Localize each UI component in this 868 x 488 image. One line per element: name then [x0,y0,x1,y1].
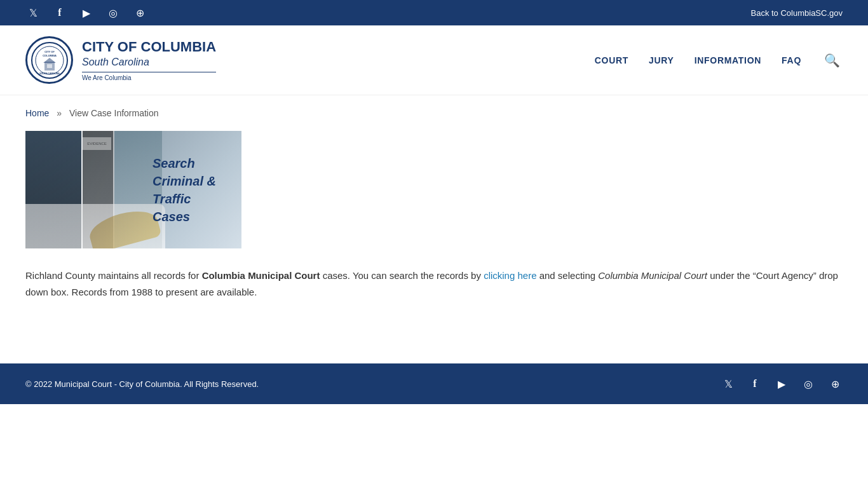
facebook-icon-footer: f [747,376,763,391]
nav-jury[interactable]: JURY [649,55,674,65]
banner-line4: Cases [153,208,235,226]
instagram-icon-footer: ◎ [801,376,816,391]
flickr-link-top[interactable]: ⊕ [132,5,147,20]
svg-marker-5 [43,58,56,63]
instagram-link-footer[interactable]: ◎ [801,376,816,391]
columbia-municipal-court-italic: Columbia Municipal Court [598,270,707,281]
nav-information[interactable]: INFORMATION [695,55,761,65]
logo-area: CITY OF COLUMBIA SOUTH CAROLINA CITY OF … [25,36,216,84]
body-paragraph: Richland County maintains all records fo… [25,268,843,300]
paragraph-and-selecting: and selecting [537,270,599,281]
paragraph-prefix: Richland County maintains all records fo… [25,270,202,281]
tagline-text: We Are Columbia [82,72,216,82]
site-footer: © 2022 Municipal Court - City of Columbi… [0,363,868,404]
twitter-link-top[interactable]: 𝕏 [25,5,41,20]
clicking-here-link[interactable]: clicking here [484,270,536,281]
breadcrumb: Home » View Case Information [0,95,868,125]
search-icon: 🔍 [824,53,840,67]
logo-text: CITY OF COLUMBIA South Carolina We Are C… [82,38,216,82]
svg-text:CITY OF: CITY OF [44,50,55,53]
top-bar-social-links: 𝕏 f ▶ ◎ ⊕ [25,5,147,20]
twitter-icon-top: 𝕏 [25,5,41,20]
footer-copyright: © 2022 Municipal Court - City of Columbi… [25,379,259,389]
youtube-icon-top: ▶ [79,5,94,20]
youtube-icon-footer: ▶ [774,376,789,391]
banner-line1: Search [153,154,235,172]
flickr-icon-footer: ⊕ [827,376,843,391]
instagram-icon-top: ◎ [105,5,121,20]
back-to-columbia-link[interactable]: Back to ColumbiaSC.gov [750,8,843,18]
city-of-columbia-text: CITY OF COLUMBIA [82,38,216,57]
facebook-icon-top: f [52,5,67,20]
breadcrumb-current: View Case Information [69,108,159,118]
banner-text: Search Criminal & Traffic Cases [153,154,235,226]
paragraph-middle: cases. You can search the records by [320,270,484,281]
youtube-link-top[interactable]: ▶ [79,5,94,20]
back-link-container: Back to ColumbiaSC.gov [750,7,843,18]
search-banner: EVIDENCE Search Criminal & Traffic Cases [25,131,241,248]
banner-line2: Criminal & [153,172,235,190]
site-header: CITY OF COLUMBIA SOUTH CAROLINA CITY OF … [0,25,868,95]
book-label: EVIDENCE [83,137,111,150]
svg-text:SOUTH CAROLINA: SOUTH CAROLINA [39,72,60,75]
banner-line3: Traffic [153,190,235,208]
facebook-link-footer[interactable]: f [747,376,763,391]
flickr-icon-top: ⊕ [132,5,147,20]
breadcrumb-separator: » [57,108,62,118]
nav-faq[interactable]: FAQ [782,55,801,65]
footer-social-links: 𝕏 f ▶ ◎ ⊕ [721,376,843,391]
nav-court[interactable]: COURT [595,55,628,65]
flickr-link-footer[interactable]: ⊕ [827,376,843,391]
twitter-link-footer[interactable]: 𝕏 [721,376,736,391]
south-carolina-text: South Carolina [82,56,216,69]
svg-text:COLUMBIA: COLUMBIA [43,54,57,57]
svg-rect-6 [47,64,50,68]
svg-rect-7 [50,64,52,68]
youtube-link-footer[interactable]: ▶ [774,376,789,391]
instagram-link-top[interactable]: ◎ [105,5,121,20]
search-button[interactable]: 🔍 [822,50,843,71]
main-nav: COURT JURY INFORMATION FAQ 🔍 [595,50,843,71]
city-seal: CITY OF COLUMBIA SOUTH CAROLINA [25,36,73,84]
facebook-link-top[interactable]: f [52,5,67,20]
columbia-municipal-court-bold: Columbia Municipal Court [202,270,320,281]
breadcrumb-home-link[interactable]: Home [25,108,49,118]
main-content: EVIDENCE Search Criminal & Traffic Cases… [0,125,868,325]
twitter-icon-footer: 𝕏 [721,376,736,391]
top-bar: 𝕏 f ▶ ◎ ⊕ Back to ColumbiaSC.gov [0,0,868,25]
